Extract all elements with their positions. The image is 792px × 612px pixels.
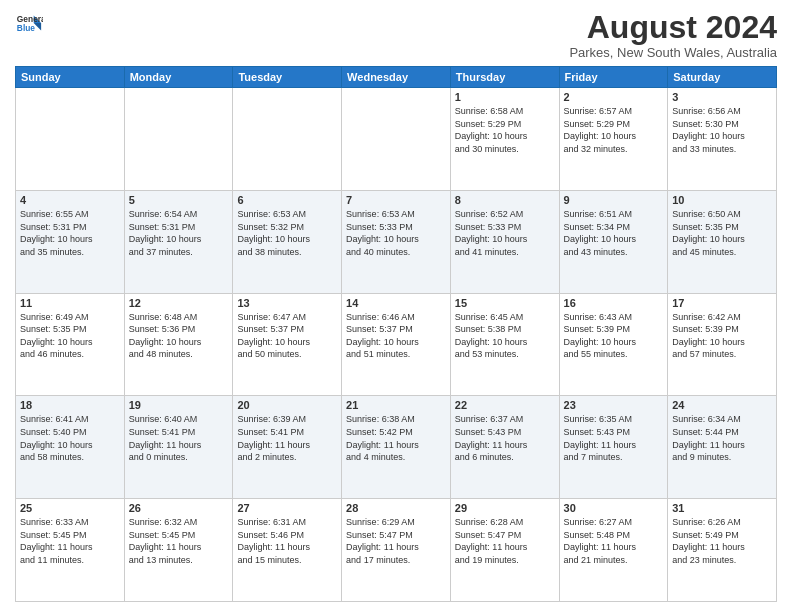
day-number: 8: [455, 194, 555, 206]
title-block: August 2024 Parkes, New South Wales, Aus…: [569, 10, 777, 60]
day-number: 2: [564, 91, 664, 103]
cell-w1-d7: 3Sunrise: 6:56 AM Sunset: 5:30 PM Daylig…: [668, 88, 777, 191]
cell-text: Sunrise: 6:32 AM Sunset: 5:45 PM Dayligh…: [129, 516, 229, 566]
cell-text: Sunrise: 6:48 AM Sunset: 5:36 PM Dayligh…: [129, 311, 229, 361]
cell-text: Sunrise: 6:37 AM Sunset: 5:43 PM Dayligh…: [455, 413, 555, 463]
day-number: 23: [564, 399, 664, 411]
cell-w2-d4: 7Sunrise: 6:53 AM Sunset: 5:33 PM Daylig…: [342, 190, 451, 293]
cell-text: Sunrise: 6:46 AM Sunset: 5:37 PM Dayligh…: [346, 311, 446, 361]
location: Parkes, New South Wales, Australia: [569, 45, 777, 60]
day-number: 5: [129, 194, 229, 206]
cell-w2-d2: 5Sunrise: 6:54 AM Sunset: 5:31 PM Daylig…: [124, 190, 233, 293]
cell-text: Sunrise: 6:41 AM Sunset: 5:40 PM Dayligh…: [20, 413, 120, 463]
cell-text: Sunrise: 6:27 AM Sunset: 5:48 PM Dayligh…: [564, 516, 664, 566]
cell-w4-d5: 22Sunrise: 6:37 AM Sunset: 5:43 PM Dayli…: [450, 396, 559, 499]
cell-text: Sunrise: 6:39 AM Sunset: 5:41 PM Dayligh…: [237, 413, 337, 463]
cell-w1-d2: [124, 88, 233, 191]
day-number: 14: [346, 297, 446, 309]
page: General Blue August 2024 Parkes, New Sou…: [0, 0, 792, 612]
cell-w3-d7: 17Sunrise: 6:42 AM Sunset: 5:39 PM Dayli…: [668, 293, 777, 396]
cell-w5-d6: 30Sunrise: 6:27 AM Sunset: 5:48 PM Dayli…: [559, 499, 668, 602]
day-number: 28: [346, 502, 446, 514]
day-number: 30: [564, 502, 664, 514]
cell-text: Sunrise: 6:55 AM Sunset: 5:31 PM Dayligh…: [20, 208, 120, 258]
cell-text: Sunrise: 6:50 AM Sunset: 5:35 PM Dayligh…: [672, 208, 772, 258]
day-number: 22: [455, 399, 555, 411]
logo-icon: General Blue: [15, 10, 43, 38]
day-number: 9: [564, 194, 664, 206]
day-number: 6: [237, 194, 337, 206]
cell-text: Sunrise: 6:56 AM Sunset: 5:30 PM Dayligh…: [672, 105, 772, 155]
cell-w2-d6: 9Sunrise: 6:51 AM Sunset: 5:34 PM Daylig…: [559, 190, 668, 293]
cell-text: Sunrise: 6:58 AM Sunset: 5:29 PM Dayligh…: [455, 105, 555, 155]
cell-w3-d6: 16Sunrise: 6:43 AM Sunset: 5:39 PM Dayli…: [559, 293, 668, 396]
cell-w4-d2: 19Sunrise: 6:40 AM Sunset: 5:41 PM Dayli…: [124, 396, 233, 499]
cell-text: Sunrise: 6:54 AM Sunset: 5:31 PM Dayligh…: [129, 208, 229, 258]
cell-text: Sunrise: 6:53 AM Sunset: 5:32 PM Dayligh…: [237, 208, 337, 258]
cell-text: Sunrise: 6:29 AM Sunset: 5:47 PM Dayligh…: [346, 516, 446, 566]
col-monday: Monday: [124, 67, 233, 88]
cell-text: Sunrise: 6:47 AM Sunset: 5:37 PM Dayligh…: [237, 311, 337, 361]
day-number: 4: [20, 194, 120, 206]
cell-text: Sunrise: 6:28 AM Sunset: 5:47 PM Dayligh…: [455, 516, 555, 566]
cell-w3-d4: 14Sunrise: 6:46 AM Sunset: 5:37 PM Dayli…: [342, 293, 451, 396]
day-number: 20: [237, 399, 337, 411]
day-number: 15: [455, 297, 555, 309]
cell-text: Sunrise: 6:35 AM Sunset: 5:43 PM Dayligh…: [564, 413, 664, 463]
day-number: 21: [346, 399, 446, 411]
cell-text: Sunrise: 6:34 AM Sunset: 5:44 PM Dayligh…: [672, 413, 772, 463]
cell-w5-d2: 26Sunrise: 6:32 AM Sunset: 5:45 PM Dayli…: [124, 499, 233, 602]
logo: General Blue: [15, 10, 43, 38]
header-row: Sunday Monday Tuesday Wednesday Thursday…: [16, 67, 777, 88]
day-number: 24: [672, 399, 772, 411]
col-sunday: Sunday: [16, 67, 125, 88]
day-number: 7: [346, 194, 446, 206]
day-number: 27: [237, 502, 337, 514]
cell-text: Sunrise: 6:49 AM Sunset: 5:35 PM Dayligh…: [20, 311, 120, 361]
cell-w3-d3: 13Sunrise: 6:47 AM Sunset: 5:37 PM Dayli…: [233, 293, 342, 396]
week-row-4: 18Sunrise: 6:41 AM Sunset: 5:40 PM Dayli…: [16, 396, 777, 499]
col-friday: Friday: [559, 67, 668, 88]
week-row-2: 4Sunrise: 6:55 AM Sunset: 5:31 PM Daylig…: [16, 190, 777, 293]
cell-w2-d1: 4Sunrise: 6:55 AM Sunset: 5:31 PM Daylig…: [16, 190, 125, 293]
cell-text: Sunrise: 6:42 AM Sunset: 5:39 PM Dayligh…: [672, 311, 772, 361]
day-number: 25: [20, 502, 120, 514]
calendar: Sunday Monday Tuesday Wednesday Thursday…: [15, 66, 777, 602]
svg-text:Blue: Blue: [17, 23, 35, 33]
calendar-body: 1Sunrise: 6:58 AM Sunset: 5:29 PM Daylig…: [16, 88, 777, 602]
cell-text: Sunrise: 6:52 AM Sunset: 5:33 PM Dayligh…: [455, 208, 555, 258]
col-saturday: Saturday: [668, 67, 777, 88]
day-number: 17: [672, 297, 772, 309]
day-number: 19: [129, 399, 229, 411]
week-row-5: 25Sunrise: 6:33 AM Sunset: 5:45 PM Dayli…: [16, 499, 777, 602]
day-number: 26: [129, 502, 229, 514]
month-year: August 2024: [569, 10, 777, 45]
cell-w1-d3: [233, 88, 342, 191]
cell-w4-d1: 18Sunrise: 6:41 AM Sunset: 5:40 PM Dayli…: [16, 396, 125, 499]
cell-w3-d1: 11Sunrise: 6:49 AM Sunset: 5:35 PM Dayli…: [16, 293, 125, 396]
cell-w2-d3: 6Sunrise: 6:53 AM Sunset: 5:32 PM Daylig…: [233, 190, 342, 293]
cell-text: Sunrise: 6:31 AM Sunset: 5:46 PM Dayligh…: [237, 516, 337, 566]
col-wednesday: Wednesday: [342, 67, 451, 88]
day-number: 29: [455, 502, 555, 514]
week-row-3: 11Sunrise: 6:49 AM Sunset: 5:35 PM Dayli…: [16, 293, 777, 396]
col-thursday: Thursday: [450, 67, 559, 88]
header: General Blue August 2024 Parkes, New Sou…: [15, 10, 777, 60]
week-row-1: 1Sunrise: 6:58 AM Sunset: 5:29 PM Daylig…: [16, 88, 777, 191]
day-number: 18: [20, 399, 120, 411]
cell-w1-d4: [342, 88, 451, 191]
cell-w1-d1: [16, 88, 125, 191]
cell-w4-d3: 20Sunrise: 6:39 AM Sunset: 5:41 PM Dayli…: [233, 396, 342, 499]
cell-w3-d5: 15Sunrise: 6:45 AM Sunset: 5:38 PM Dayli…: [450, 293, 559, 396]
cell-w3-d2: 12Sunrise: 6:48 AM Sunset: 5:36 PM Dayli…: [124, 293, 233, 396]
day-number: 1: [455, 91, 555, 103]
cell-w5-d7: 31Sunrise: 6:26 AM Sunset: 5:49 PM Dayli…: [668, 499, 777, 602]
cell-w2-d5: 8Sunrise: 6:52 AM Sunset: 5:33 PM Daylig…: [450, 190, 559, 293]
day-number: 3: [672, 91, 772, 103]
day-number: 10: [672, 194, 772, 206]
cell-w5-d3: 27Sunrise: 6:31 AM Sunset: 5:46 PM Dayli…: [233, 499, 342, 602]
day-number: 13: [237, 297, 337, 309]
cell-w1-d6: 2Sunrise: 6:57 AM Sunset: 5:29 PM Daylig…: [559, 88, 668, 191]
cell-w5-d1: 25Sunrise: 6:33 AM Sunset: 5:45 PM Dayli…: [16, 499, 125, 602]
day-number: 16: [564, 297, 664, 309]
